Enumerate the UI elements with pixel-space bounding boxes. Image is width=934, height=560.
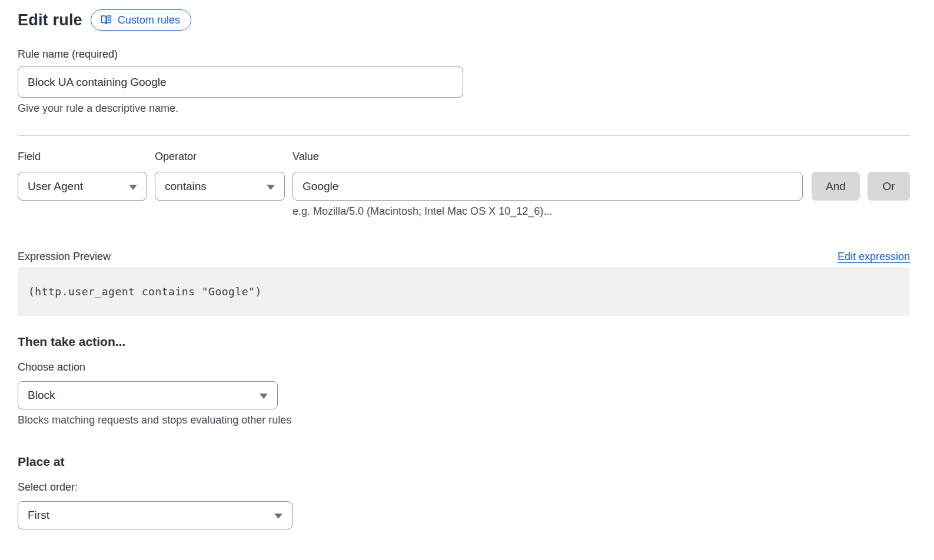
expression-code: (http.user_agent contains "Google") bbox=[28, 285, 262, 298]
or-button[interactable]: Or bbox=[867, 172, 910, 201]
page-header: Edit rule Custom rules bbox=[18, 9, 910, 31]
book-icon bbox=[100, 14, 112, 26]
order-select[interactable]: First bbox=[18, 501, 293, 529]
chevron-down-icon bbox=[267, 185, 275, 190]
custom-rules-docs-button[interactable]: Custom rules bbox=[91, 9, 191, 31]
value-input[interactable] bbox=[293, 172, 803, 201]
place-at-heading: Place at bbox=[18, 455, 910, 469]
expression-code-block: (http.user_agent contains "Google") bbox=[18, 267, 910, 316]
action-helper: Blocks matching requests and stops evalu… bbox=[18, 414, 910, 426]
condition-row: User Agent contains And Or bbox=[18, 172, 910, 201]
rule-name-helper: Give your rule a descriptive name. bbox=[18, 102, 910, 114]
operator-label: Operator bbox=[155, 151, 293, 163]
value-helper: e.g. Mozilla/5.0 (Macintosh; Intel Mac O… bbox=[293, 205, 910, 217]
action-select-value: Block bbox=[28, 389, 55, 402]
order-select-value: First bbox=[28, 509, 49, 522]
edit-expression-link[interactable]: Edit expression bbox=[837, 251, 910, 263]
chevron-down-icon bbox=[129, 185, 137, 190]
choose-action-label: Choose action bbox=[18, 361, 910, 374]
and-button[interactable]: And bbox=[812, 172, 860, 201]
custom-rules-label: Custom rules bbox=[118, 15, 180, 25]
value-label: Value bbox=[293, 151, 319, 163]
page-title: Edit rule bbox=[18, 11, 82, 29]
field-select-value: User Agent bbox=[28, 180, 83, 193]
operator-select-value: contains bbox=[165, 180, 207, 193]
action-select[interactable]: Block bbox=[18, 381, 278, 409]
field-select[interactable]: User Agent bbox=[18, 172, 147, 201]
take-action-heading: Then take action... bbox=[18, 335, 910, 349]
expression-preview-label: Expression Preview bbox=[18, 251, 111, 263]
chevron-down-icon bbox=[260, 394, 268, 399]
field-label: Field bbox=[18, 151, 155, 163]
condition-labels-row: Field Operator Value bbox=[18, 151, 910, 163]
edit-rule-page: Edit rule Custom rules Rule name (requir… bbox=[0, 0, 934, 529]
expression-header-row: Expression Preview Edit expression bbox=[18, 251, 910, 263]
select-order-label: Select order: bbox=[18, 481, 910, 494]
rule-name-input[interactable] bbox=[18, 66, 463, 98]
rule-name-label: Rule name (required) bbox=[18, 48, 910, 61]
operator-select[interactable]: contains bbox=[155, 172, 285, 201]
section-divider bbox=[18, 135, 910, 136]
chevron-down-icon bbox=[274, 514, 282, 519]
